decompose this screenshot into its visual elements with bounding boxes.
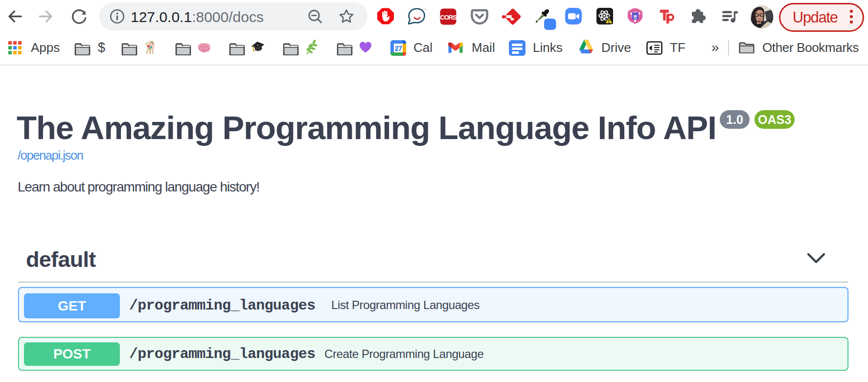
svg-text:™: ™: [424, 8, 426, 11]
svg-text:27: 27: [395, 45, 402, 52]
svg-text:CORS: CORS: [440, 14, 457, 21]
